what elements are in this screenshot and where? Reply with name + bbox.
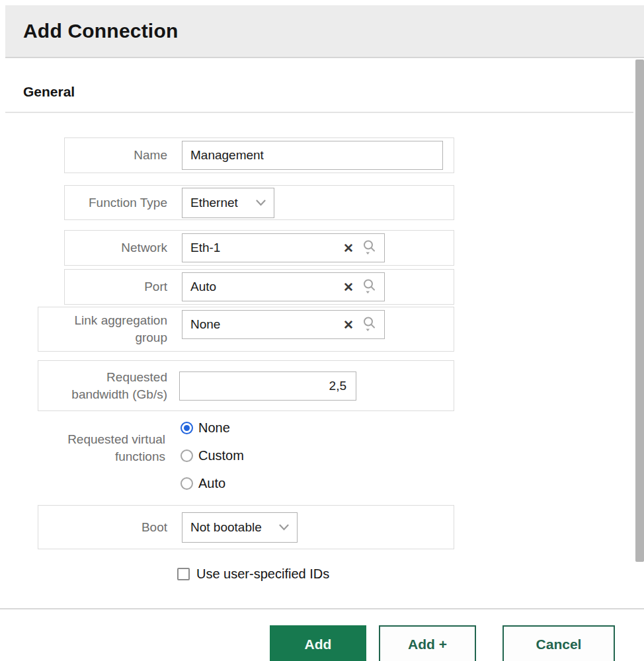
network-row: Network Eth-1 ✕	[64, 230, 454, 266]
link-aggregation-label: Link aggregation group	[38, 312, 167, 346]
boot-select[interactable]: Not bootable	[182, 512, 298, 543]
boot-value: Not bootable	[190, 520, 270, 535]
add-connection-dialog: Add Connection General Name Function Typ…	[0, 0, 644, 661]
footer-divider	[0, 608, 644, 609]
port-search-icon[interactable]	[362, 278, 378, 295]
port-row: Port Auto ✕	[64, 269, 454, 305]
network-combo[interactable]: Eth-1 ✕	[182, 233, 385, 262]
network-value: Eth-1	[190, 241, 339, 255]
link-aggregation-label-line2: group	[38, 329, 167, 346]
port-label: Port	[65, 278, 167, 295]
rvf-label-line2: functions	[38, 448, 165, 465]
section-divider	[5, 112, 633, 113]
radio-option-none-label: None	[198, 420, 230, 436]
requested-virtual-functions-label: Requested virtual functions	[38, 431, 165, 465]
add-button[interactable]: Add	[270, 625, 366, 661]
requested-bandwidth-row: Requested bandwidth (Gb/s)	[38, 360, 454, 411]
rvf-label-line1: Requested virtual	[38, 431, 165, 448]
requested-bandwidth-input[interactable]	[179, 371, 356, 401]
chevron-down-icon	[256, 197, 266, 209]
radio-option-custom-label: Custom	[198, 448, 244, 463]
link-aggregation-value: None	[190, 317, 339, 332]
radio-option-custom[interactable]: Custom	[181, 446, 244, 465]
port-combo[interactable]: Auto ✕	[182, 272, 385, 301]
radio-option-none[interactable]: None	[181, 418, 230, 437]
function-type-label: Function Type	[65, 194, 167, 212]
name-row: Name	[64, 137, 454, 173]
cancel-button[interactable]: Cancel	[503, 625, 615, 661]
boot-row: Boot Not bootable	[38, 505, 454, 549]
link-aggregation-combo[interactable]: None ✕	[182, 310, 385, 339]
name-input[interactable]	[182, 141, 443, 170]
function-type-row: Function Type Ethernet	[64, 185, 454, 220]
port-value: Auto	[190, 280, 339, 294]
network-label: Network	[65, 239, 167, 256]
link-aggregation-label-line1: Link aggregation	[38, 312, 167, 329]
dialog-title: Add Connection	[23, 20, 178, 42]
use-user-specified-ids-label: Use user-specified IDs	[196, 566, 329, 582]
vertical-scrollbar[interactable]	[635, 59, 644, 562]
use-user-specified-ids-checkbox[interactable]: Use user-specified IDs	[177, 566, 329, 582]
requested-bandwidth-label-line2: bandwidth (Gb/s)	[38, 386, 167, 403]
port-clear-icon[interactable]: ✕	[339, 281, 358, 293]
link-aggregation-clear-icon[interactable]: ✕	[339, 319, 358, 331]
requested-bandwidth-label: Requested bandwidth (Gb/s)	[38, 369, 167, 403]
requested-bandwidth-label-line1: Requested	[38, 369, 167, 386]
radio-option-auto[interactable]: Auto	[181, 474, 225, 492]
network-clear-icon[interactable]: ✕	[339, 242, 358, 254]
radio-icon[interactable]	[181, 449, 193, 462]
link-aggregation-search-icon[interactable]	[362, 316, 378, 333]
checkbox-icon[interactable]	[177, 568, 190, 580]
function-type-select[interactable]: Ethernet	[182, 188, 274, 218]
chevron-down-icon	[279, 522, 289, 533]
section-title-general: General	[23, 84, 75, 100]
boot-label: Boot	[38, 519, 167, 536]
network-search-icon[interactable]	[362, 239, 378, 256]
dialog-header: Add Connection	[5, 5, 644, 58]
add-plus-button[interactable]: Add +	[379, 625, 476, 661]
link-aggregation-row: Link aggregation group None ✕	[38, 307, 454, 352]
radio-option-auto-label: Auto	[198, 476, 225, 491]
name-label: Name	[65, 147, 167, 164]
radio-icon[interactable]	[181, 422, 193, 434]
function-type-value: Ethernet	[190, 196, 247, 210]
radio-icon[interactable]	[181, 477, 193, 490]
